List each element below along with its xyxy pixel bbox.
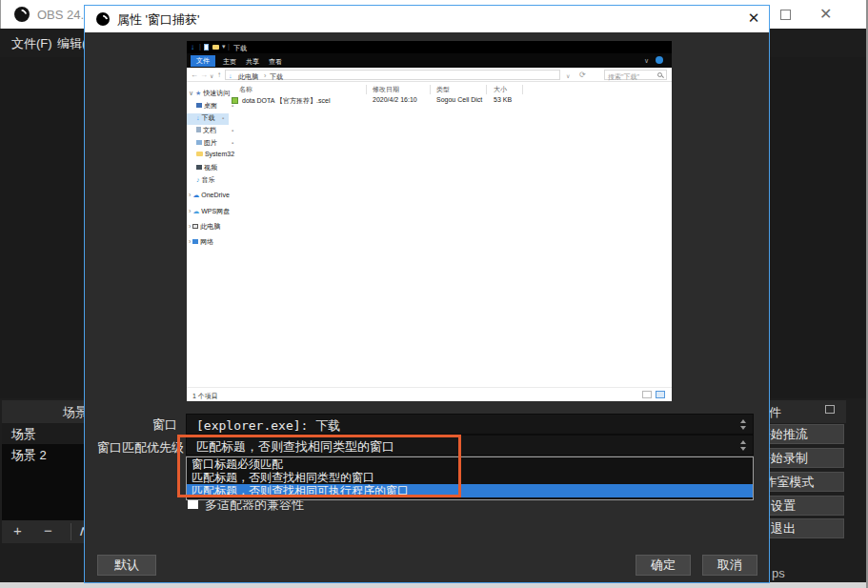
column-divider[interactable]: [366, 85, 367, 94]
explorer-window-title: 下载: [233, 44, 247, 53]
close-icon[interactable]: ✕: [819, 5, 832, 23]
column-divider[interactable]: [430, 85, 431, 94]
annotation-highlight-box: [177, 435, 461, 497]
cloud-icon: ☁: [192, 192, 199, 198]
tab-view[interactable]: 查看: [269, 57, 282, 67]
explorer-statusbar: 1 个项目: [187, 387, 672, 401]
add-scene-icon[interactable]: +: [13, 522, 22, 538]
sidebar-item-documents[interactable]: 文档 ▪: [196, 126, 216, 137]
ribbon-collapse-icon[interactable]: ∨: [644, 57, 649, 65]
star-icon: ★: [195, 90, 201, 96]
thumbnails-view-icon[interactable]: [656, 391, 665, 398]
column-size[interactable]: 大小: [494, 85, 507, 94]
file-type: Sogou Cell Dict: [436, 96, 482, 103]
pin-icon: ▪: [232, 128, 233, 133]
explorer-titlebar: ↓ | ▾ | 下载: [187, 41, 672, 53]
maximize-icon[interactable]: [780, 10, 791, 20]
tab-share[interactable]: 共享: [246, 57, 259, 67]
sidebar-item-this-pc[interactable]: › 此电脑: [189, 222, 220, 233]
combo-arrows-icon: [740, 419, 746, 430]
sidebar-item-system32[interactable]: System32: [196, 151, 234, 162]
up-icon[interactable]: ↑: [217, 71, 221, 79]
priority-label: 窗口匹配优先级: [97, 439, 184, 456]
refresh-icon[interactable]: ⟳: [579, 71, 586, 79]
tab-home[interactable]: 主页: [223, 57, 236, 67]
column-date[interactable]: 修改日期: [373, 85, 399, 94]
window-select-value: [explorer.exe]: 下载: [196, 417, 340, 435]
fps-status-text: ps: [772, 566, 785, 580]
forward-icon[interactable]: →: [200, 71, 208, 79]
combo-arrows-icon: [740, 440, 746, 451]
ok-button[interactable]: 确定: [636, 555, 691, 576]
toolbar-divider: [71, 523, 71, 540]
sidebar-item-desktop[interactable]: 桌面 ▪: [196, 101, 217, 112]
details-view-icon[interactable]: [642, 391, 652, 398]
cloud-icon: ☁: [192, 208, 199, 214]
properties-dialog: 属性 '窗口捕获' ✕ ↓ | ▾ | 下载 文件 主页 共享 查看 ∨ ← →…: [84, 5, 770, 583]
recent-locations-icon[interactable]: ∨: [210, 72, 213, 79]
network-icon: [192, 239, 198, 244]
address-dropdown-icon[interactable]: ∨: [566, 72, 570, 79]
divider: |: [199, 43, 201, 50]
address-field[interactable]: ↓ 此电脑 › 下载: [225, 70, 560, 80]
sidebar-item-downloads[interactable]: ↓ 下载 ▪: [187, 113, 229, 125]
sidebar-item-pictures[interactable]: 图片 ▪: [196, 138, 217, 150]
explorer-ribbon: 文件 主页 共享 查看 ∨: [187, 53, 672, 68]
remove-scene-icon[interactable]: −: [44, 522, 52, 538]
column-type[interactable]: 类型: [436, 85, 450, 94]
pictures-icon: [196, 140, 202, 145]
back-icon[interactable]: ←: [191, 71, 198, 79]
obs-logo-icon: [14, 7, 30, 22]
desktop-icon: [196, 103, 202, 108]
explorer-addressbar: ← → ∨ ↑ ↓ 此电脑 › 下载 ∨ ⟳ 搜索"下载": [187, 68, 672, 82]
document-icon: [196, 127, 201, 132]
window-select[interactable]: [explorer.exe]: 下载: [186, 414, 754, 435]
file-size: 53 KB: [494, 96, 512, 103]
dialog-close-icon[interactable]: ✕: [744, 10, 763, 27]
video-icon: [196, 165, 202, 170]
window-label: 窗口: [123, 416, 177, 434]
menu-file[interactable]: 文件(F): [11, 35, 52, 52]
sidebar-item-wps-cloud[interactable]: › ☁ WPS网盘: [189, 207, 230, 218]
sidebar-item-videos[interactable]: 视频: [196, 163, 217, 174]
file-date: 2020/4/2 16:10: [373, 96, 417, 103]
divider: |: [228, 43, 230, 50]
chevron-down-icon: ▾: [222, 43, 226, 51]
search-icon: [657, 72, 662, 77]
breadcrumb-this-pc[interactable]: 此电脑: [238, 72, 258, 82]
folder-icon: [212, 45, 219, 50]
dialog-title: 属性 '窗口捕获': [117, 11, 200, 29]
sidebar-item-quick-access[interactable]: ∨ ★ 快速访问: [189, 89, 230, 100]
dialog-titlebar: 属性 '窗口捕获' ✕: [85, 6, 769, 32]
column-name[interactable]: 名称: [239, 85, 252, 94]
breadcrumb-separator: ›: [264, 72, 266, 79]
item-count: 1 个项目: [192, 392, 218, 401]
obs-logo-icon: [96, 12, 110, 26]
scel-file-icon: [232, 97, 238, 104]
file-name: dota DOTA 【官方推荐】.scel: [242, 96, 330, 106]
defaults-button[interactable]: 默认: [97, 555, 156, 576]
column-divider[interactable]: [486, 85, 487, 94]
screenshot-root: { "obs": { "window_title": "OBS 24.0", "…: [0, 0, 868, 588]
download-arrow-icon: ↓: [196, 114, 200, 121]
dock-float-icon[interactable]: [825, 405, 835, 414]
obs-window-title: OBS 24.0: [37, 8, 91, 22]
sidebar-item-music[interactable]: ♪ 音乐: [196, 175, 214, 187]
search-placeholder: 搜索"下载": [608, 72, 639, 82]
cancel-button[interactable]: 取消: [702, 555, 757, 576]
folder-icon: [196, 152, 203, 156]
column-divider[interactable]: [522, 85, 523, 94]
file-icon: [204, 44, 209, 51]
download-arrow-icon: ↓: [229, 72, 232, 79]
search-input[interactable]: 搜索"下载": [604, 70, 667, 80]
tab-file[interactable]: 文件: [191, 55, 215, 67]
pin-icon: ▪: [232, 140, 233, 146]
download-arrow-icon: ↓: [191, 43, 194, 51]
computer-icon: [192, 224, 198, 229]
breadcrumb-downloads[interactable]: 下载: [270, 72, 283, 82]
help-icon[interactable]: [656, 56, 663, 64]
sidebar-item-onedrive[interactable]: › ☁ OneDrive: [189, 192, 230, 203]
pin-icon: ▪: [222, 115, 224, 121]
sidebar-item-network[interactable]: › 网络: [189, 237, 213, 249]
music-icon: ♪: [196, 176, 200, 183]
